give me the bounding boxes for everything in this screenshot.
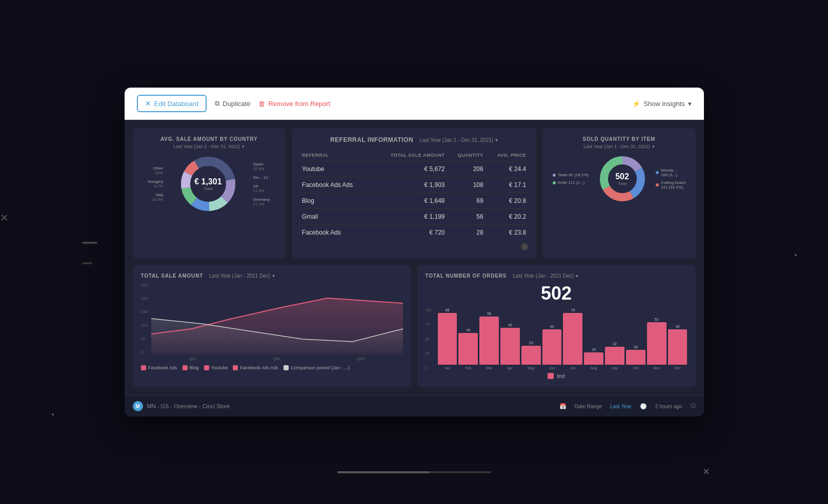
test-legend-box [548, 373, 554, 379]
remove-label: Remove from Report [268, 100, 330, 108]
table-row: Facebook Ads Ads € 1,903 108 € 17.1 [300, 177, 528, 193]
legend-fb-ads-ads: Facebook Ads Ads [233, 365, 278, 370]
close-left-icon[interactable]: ✕ [0, 212, 9, 224]
bar-rect [542, 329, 562, 365]
edit-label: Edit Databoard [154, 100, 199, 108]
col-avg: AVG. PRICE [486, 150, 528, 161]
avg-sale-title: AVG. SALE AMOUNT BY COUNTRY [141, 136, 277, 142]
referral-date: Last Year (Jan 1 - Dec 31, 2021) [419, 137, 493, 143]
referral-panel: REFERRAL INFORMATION Last Year (Jan 1 - … [292, 128, 536, 259]
legend-facebook-ads: Facebook Ads [141, 365, 177, 370]
legend-table: Table 81 (16.1%) [553, 173, 589, 177]
line-chart-area: 0 50 100 150 200 250 [141, 283, 403, 354]
bar-column: 75 Jul [563, 308, 582, 370]
bar-column: 59 Mar [479, 308, 499, 370]
remove-icon: 🗑 [258, 100, 265, 108]
table-row: Facebook Ads € 720 28 € 23.8 [300, 225, 528, 241]
label-other: Other22% [148, 166, 163, 175]
x-axis-labels: Q01 Q02 Q03 [141, 356, 403, 361]
show-insights-button[interactable]: ⚡ Show insights ▾ [632, 100, 691, 108]
cell-avg: € 23.8 [486, 225, 528, 241]
table-row: Gmail € 1,199 56 € 20.2 [300, 209, 528, 225]
cell-qty: 206 [447, 161, 485, 177]
date-range-value: Last Year [610, 404, 632, 409]
col-referral: Referral [300, 150, 371, 161]
bar-column: 15 Aug [584, 308, 603, 370]
cell-qty: 69 [447, 193, 485, 209]
scrollbar-thumb [337, 471, 430, 473]
table-header-row: Referral TOTAL SALE AMOUNT QUANTITY AVG.… [300, 150, 528, 161]
y-axis-labels: 0 50 100 150 200 250 [141, 283, 150, 354]
legend-woode: Woode...189 (3...) [656, 168, 685, 177]
total-orders-header: TOTAL NUMBER OF ORDERS Last Year (Jan - … [426, 273, 688, 279]
bar-column: 45 Apr [500, 308, 520, 370]
top-row: AVG. SALE AMOUNT BY COUNTRY Last Year (J… [133, 128, 696, 259]
cell-total: € 1,199 [371, 209, 447, 225]
referral-header: REFERRAL INFORMATION Last Year (Jan 1 - … [300, 136, 528, 143]
bar-rect [605, 347, 624, 365]
bar-value: 23 [529, 341, 533, 345]
bar-value: 39 [466, 328, 470, 332]
bar-label: Apr [507, 366, 513, 370]
bar-label: Dec [674, 366, 680, 370]
bar-column: 23 May [521, 308, 541, 370]
bar-rect [584, 352, 603, 365]
label-uk: UK11.5% [253, 184, 270, 193]
duplicate-button[interactable]: ⧉ Duplicate [215, 99, 250, 108]
bar-value: 43 [676, 325, 680, 328]
cell-qty: 56 [447, 209, 485, 225]
label-hungary: Hungary8.7% [148, 179, 163, 188]
edit-databoard-button[interactable]: ✕ Edit Databoard [137, 95, 207, 112]
main-card: ✕ Edit Databoard ⧉ Duplicate 🗑 Remove fr… [125, 88, 704, 416]
scrollbar-track[interactable] [337, 471, 491, 473]
label-germany: Germany11.2% [253, 197, 270, 206]
col-total: TOTAL SALE AMOUNT [371, 150, 447, 161]
bar-value: 15 [592, 348, 596, 351]
calendar-icon: 📅 [559, 403, 567, 410]
bar-rect [563, 313, 582, 365]
referral-title: REFERRAL INFORMATION [330, 136, 413, 143]
duplicate-icon: ⧉ [215, 99, 219, 108]
bar-label: Feb [465, 366, 471, 370]
clock-icon: 🕐 [640, 403, 647, 410]
bar-rect [438, 313, 457, 365]
cell-referral: Blog [300, 193, 371, 209]
bar-column: 43 Dec [668, 308, 688, 370]
sold-qty-donut: 502 Total [597, 153, 648, 204]
remove-button[interactable]: 🗑 Remove from Report [258, 100, 330, 108]
legend-comparison: Comparison period (Jan - ...) [284, 365, 350, 370]
left-handle [82, 242, 97, 244]
bar-value: 45 [508, 323, 512, 327]
bar-rect [479, 317, 499, 365]
bar-chart: 68 Jan 39 Feb 59 Mar 45 Apr 23 May 43 Ju… [438, 308, 688, 370]
bar-label: Mar [486, 366, 492, 370]
dashboard-footer: M MN - GS - Overview - Cinci Store 📅 Dat… [125, 395, 704, 416]
chevron-down-icon: ▾ [652, 144, 655, 149]
bar-value: 52 [655, 318, 659, 321]
legend-knife: Knife 111 (2...) [553, 180, 589, 185]
col-qty: QUANTITY [447, 150, 485, 161]
bar-column: 52 Nov [647, 308, 667, 370]
footer-left: M MN - GS - Overview - Cinci Store [133, 401, 230, 411]
legend-youtube: Youtube [204, 365, 228, 370]
close-button[interactable]: ✕ [702, 466, 710, 477]
bar-label: Jun [549, 366, 555, 370]
show-insights-label: Show insights [643, 100, 684, 108]
label-spain: Spain15.3% [253, 162, 270, 171]
bar-column: 43 Jun [542, 308, 562, 370]
sold-qty-panel: SOLD QUANTITY BY ITEM Last Year (Jan 1 -… [542, 128, 695, 259]
cell-avg: € 20.8 [486, 193, 528, 209]
chevron-down-icon: ▾ [688, 100, 692, 108]
info-icon-footer: ⓘ [691, 403, 696, 410]
cell-total: € 1,903 [371, 177, 447, 193]
side-dot-right: ● [794, 252, 797, 258]
chevron-down-icon: ▾ [576, 273, 578, 279]
avg-sale-donut: € 1,301 Total [177, 153, 239, 215]
chevron-down-icon: ▾ [495, 137, 498, 143]
bottom-row: TOTAL SALE AMOUNT Last Year (Jan - 2021 … [133, 265, 696, 387]
label-italy: Italy10.4% [148, 193, 163, 202]
cell-avg: € 20.2 [486, 209, 528, 225]
bar-rect [500, 328, 520, 365]
store-name: MN - GS - Overview - Cinci Store [147, 403, 230, 409]
table-row: Youtube € 5,672 206 € 24.4 [300, 161, 528, 177]
